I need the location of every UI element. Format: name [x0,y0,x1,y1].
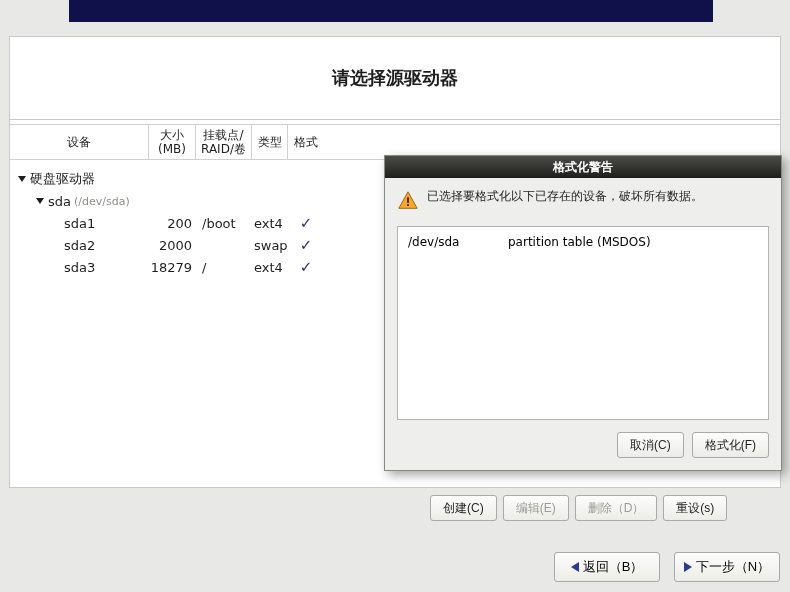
partition-name: sda2 [64,238,95,253]
col-header-type-label: 类型 [258,135,282,149]
dialog-cancel-button[interactable]: 取消(C) [617,432,684,458]
back-button[interactable]: 返回（B） [554,552,660,582]
dialog-body: 已选择要格式化以下已存在的设备，破坏所有数据。 [385,178,781,220]
edit-button-label: 编辑(E) [516,500,556,517]
disk-name: sda [48,194,71,209]
delete-button: 删除（D） [575,495,658,521]
next-button-label: 下一步（N） [696,558,770,576]
expand-icon[interactable] [36,198,44,204]
dialog-title: 格式化警告 [553,159,613,176]
col-header-mount[interactable]: 挂载点/ RAID/卷 [196,125,252,159]
col-header-type[interactable]: 类型 [252,125,288,159]
edit-button: 编辑(E) [503,495,569,521]
partition-name: sda1 [64,216,95,231]
format-warning-dialog: 格式化警告 已选择要格式化以下已存在的设备，破坏所有数据。 /dev/sda p… [384,155,782,471]
partition-size: 18279 [149,260,196,275]
partition-size: 200 [149,216,196,231]
next-button[interactable]: 下一步（N） [674,552,780,582]
disk-path: (/dev/sda) [74,195,130,208]
partition-type: swap [252,238,288,253]
col-header-device-label: 设备 [67,135,91,149]
dialog-message: 已选择要格式化以下已存在的设备，破坏所有数据。 [427,188,769,205]
arrow-right-icon [684,562,692,572]
dialog-device-desc: partition table (MSDOS) [508,235,651,249]
reset-button-label: 重设(s) [676,500,714,517]
delete-button-label: 删除（D） [588,500,645,517]
partition-type: ext4 [252,260,288,275]
dialog-cancel-label: 取消(C) [630,437,671,454]
dialog-titlebar[interactable]: 格式化警告 [385,156,781,178]
page-title: 请选择源驱动器 [332,66,458,90]
partition-mount: /boot [196,216,252,231]
dialog-device-row[interactable]: /dev/sda partition table (MSDOS) [408,235,758,249]
tree-root-label: 硬盘驱动器 [30,170,95,188]
dialog-device-name: /dev/sda [408,235,508,249]
svg-rect-0 [407,197,409,203]
svg-rect-1 [407,204,409,206]
warning-icon [397,190,419,212]
partition-name: sda3 [64,260,95,275]
partition-size: 2000 [149,238,196,253]
partition-action-row: 创建(C) 编辑(E) 删除（D） 重设(s) [430,495,727,521]
dialog-format-button[interactable]: 格式化(F) [692,432,769,458]
col-header-size-label: 大小 (MB) [158,128,186,157]
col-header-mount-label: 挂载点/ RAID/卷 [201,128,246,157]
reset-button[interactable]: 重设(s) [663,495,727,521]
partition-mount: / [196,260,252,275]
back-button-label: 返回（B） [583,558,644,576]
arrow-left-icon [571,562,579,572]
col-header-size[interactable]: 大小 (MB) [149,125,196,159]
create-button-label: 创建(C) [443,500,484,517]
col-header-device[interactable]: 设备 [10,125,149,159]
check-icon: ✓ [300,236,313,254]
col-header-format[interactable]: 格式 [288,125,324,159]
check-icon: ✓ [300,258,313,276]
partition-type: ext4 [252,216,288,231]
dialog-format-label: 格式化(F) [705,437,756,454]
create-button[interactable]: 创建(C) [430,495,497,521]
dialog-device-list[interactable]: /dev/sda partition table (MSDOS) [397,226,769,420]
title-area: 请选择源驱动器 [10,37,780,120]
nav-button-row: 返回（B） 下一步（N） [554,552,780,582]
expand-icon[interactable] [18,176,26,182]
installer-banner [69,0,713,22]
check-icon: ✓ [300,214,313,232]
dialog-button-row: 取消(C) 格式化(F) [385,420,781,470]
col-header-format-label: 格式 [294,135,318,149]
